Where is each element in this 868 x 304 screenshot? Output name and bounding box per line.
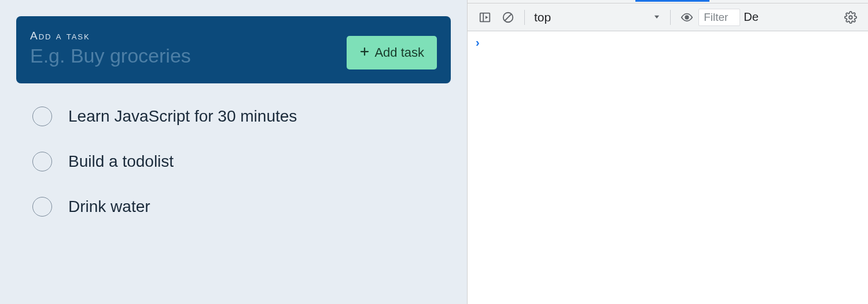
divider [670, 10, 671, 25]
context-label: top [534, 10, 649, 24]
filter-input[interactable] [698, 9, 740, 26]
toggle-sidebar-icon[interactable] [473, 3, 496, 31]
chevron-down-icon [653, 10, 661, 24]
svg-marker-4 [486, 16, 488, 19]
active-tab-indicator [635, 0, 709, 2]
plus-icon [359, 45, 370, 60]
log-levels-selector[interactable]: De [740, 10, 762, 24]
task-input[interactable] [30, 45, 335, 67]
devtools-toolbar: top De [468, 3, 868, 31]
svg-rect-2 [480, 13, 490, 21]
task-checkbox[interactable] [32, 152, 52, 171]
task-item: Learn JavaScript for 30 minutes [32, 107, 451, 126]
console-prompt-icon: › [476, 36, 480, 49]
devtools-panel: top De › [467, 0, 868, 304]
task-item: Build a todolist [32, 152, 451, 171]
task-checkbox[interactable] [32, 197, 52, 217]
task-list: Learn JavaScript for 30 minutes Build a … [16, 107, 451, 217]
context-selector[interactable]: top [529, 10, 665, 24]
add-task-button[interactable]: Add task [347, 36, 437, 69]
clear-console-icon[interactable] [496, 3, 520, 31]
task-text: Build a todolist [68, 152, 174, 171]
gear-icon[interactable] [839, 3, 862, 31]
svg-point-8 [685, 16, 689, 19]
eye-icon[interactable] [675, 3, 698, 31]
svg-point-9 [849, 16, 852, 19]
console-body[interactable]: › [468, 31, 868, 54]
task-checkbox[interactable] [32, 107, 52, 126]
task-item: Drink water [32, 197, 451, 217]
add-task-label: Add task [374, 45, 424, 60]
add-task-card: Add a task Add task [16, 16, 451, 83]
task-text: Drink water [68, 197, 150, 216]
svg-marker-7 [654, 16, 659, 19]
app-panel: Add a task Add task Learn JavaScript for… [0, 0, 467, 304]
task-text: Learn JavaScript for 30 minutes [68, 107, 297, 126]
devtools-tab-strip [468, 0, 868, 3]
divider [524, 10, 525, 25]
svg-line-6 [505, 14, 512, 20]
input-label: Add a task [30, 30, 335, 42]
input-area: Add a task [30, 30, 335, 67]
